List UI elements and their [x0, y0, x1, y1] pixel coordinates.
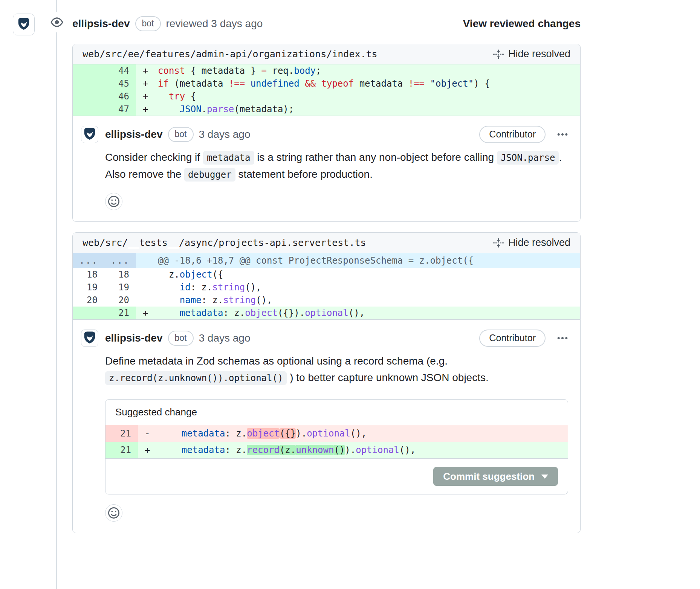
code-line: name: z.string(), [153, 294, 580, 307]
suggestion-diff: 21- metadata: z.object({}).optional(),21… [105, 425, 568, 458]
suggested-change-block: Suggested change 21- metadata: z.object(… [105, 399, 568, 494]
diff-row: 1818 z.object({ [73, 268, 580, 281]
review-thread-card-2: web/src/__tests__/async/projects-api.ser… [72, 232, 581, 533]
line-number: 21 [105, 425, 138, 442]
old-line-number[interactable] [73, 307, 104, 319]
code-line: metadata: z.object({}).optional(), [155, 425, 568, 442]
code-line: z.object({ [153, 268, 580, 281]
old-line-number[interactable] [73, 64, 104, 77]
hide-resolved-label: Hide resolved [508, 237, 570, 249]
inline-code: z.record(z.unknown()).optional() [105, 371, 287, 385]
code-line: const { metadata } = req.body; [153, 64, 580, 77]
ellipsis-logo-icon [83, 330, 97, 346]
diff-row: 21- metadata: z.object({}).optional(), [105, 425, 568, 442]
old-line-number[interactable] [73, 90, 104, 103]
review-timeline-item: ellipsis-dev bot reviewed 3 days ago Vie… [72, 15, 581, 544]
diff-row: 2020 name: z.string(), [73, 294, 580, 307]
review-comment: ellipsis-dev bot 3 days ago Contributor … [73, 320, 580, 533]
kebab-icon[interactable] [557, 129, 568, 140]
ellipsis-logo-icon [83, 127, 97, 142]
inline-code: debugger [184, 168, 235, 182]
bot-badge: bot [168, 127, 194, 142]
file-path[interactable]: web/src/ee/features/admin-api/organizati… [83, 49, 378, 60]
hide-resolved-button[interactable]: Hide resolved [493, 48, 570, 60]
ellipsis-logo-icon [17, 17, 31, 32]
diff-row: 21+ metadata: z.object({}).optional(), [73, 307, 580, 319]
diff-sign: + [136, 77, 153, 90]
suggestion-footer: Commit suggestion [105, 458, 568, 494]
inline-code: JSON.parse [497, 151, 559, 165]
hide-resolved-button[interactable]: Hide resolved [493, 237, 570, 249]
old-line-number[interactable]: 18 [73, 268, 104, 281]
contributor-badge: Contributor [479, 330, 546, 347]
timeline-line [56, 0, 57, 589]
comment-header: ellipsis-dev bot 3 days ago Contributor [105, 126, 568, 143]
diff-sign: + [136, 103, 153, 116]
inline-code: metadata [203, 151, 254, 165]
new-line-number[interactable]: 45 [104, 77, 136, 90]
contributor-badge: Contributor [479, 126, 546, 143]
comment-avatar[interactable] [81, 126, 98, 143]
new-line-number[interactable]: ... [104, 253, 136, 268]
code-line: @@ -18,6 +18,7 @@ const ProjectResponseS… [153, 253, 580, 268]
review-author[interactable]: ellipsis-dev [72, 18, 130, 30]
smiley-reaction-button[interactable] [105, 193, 122, 210]
diff-sign: + [136, 307, 153, 319]
fold-icon [493, 49, 504, 60]
code-line: try { [153, 90, 580, 103]
fold-icon [493, 238, 504, 248]
reviewer-avatar[interactable] [13, 14, 35, 35]
comment-body: Define metadata in Zod schemas as option… [105, 353, 568, 386]
diff-sign [136, 253, 153, 268]
file-path[interactable]: web/src/__tests__/async/projects-api.ser… [83, 237, 366, 248]
bot-badge: bot [135, 16, 161, 31]
new-line-number[interactable]: 47 [104, 103, 136, 116]
diff-row: 47+ JSON.parse(metadata); [73, 103, 580, 116]
review-meta: reviewed 3 days ago [166, 18, 263, 30]
diff-row: 1919 id: z.string(), [73, 281, 580, 294]
kebab-icon[interactable] [557, 333, 568, 344]
new-line-number[interactable]: 19 [104, 281, 136, 294]
diff-row: ......@@ -18,6 +18,7 @@ const ProjectRes… [73, 253, 580, 268]
comment-author[interactable]: ellipsis-dev [105, 332, 163, 344]
code-line: metadata: z.object({}).optional(), [153, 307, 580, 319]
hide-resolved-label: Hide resolved [508, 48, 570, 60]
diff-sign [136, 294, 153, 307]
diff-sign [136, 281, 153, 294]
diff-row: 46+ try { [73, 90, 580, 103]
code-line: if (metadata !== undefined && typeof met… [153, 77, 580, 90]
old-line-number[interactable] [73, 77, 104, 90]
new-line-number[interactable]: 18 [104, 268, 136, 281]
diff-sign: + [136, 90, 153, 103]
suggestion-title: Suggested change [105, 400, 568, 425]
commit-suggestion-button[interactable]: Commit suggestion [433, 467, 558, 486]
old-line-number[interactable]: 20 [73, 294, 104, 307]
view-reviewed-changes-link[interactable]: View reviewed changes [463, 18, 581, 30]
comment-timestamp[interactable]: 3 days ago [199, 128, 251, 140]
comment-avatar[interactable] [81, 330, 98, 347]
old-line-number[interactable]: ... [73, 253, 104, 268]
review-header: ellipsis-dev bot reviewed 3 days ago Vie… [72, 15, 581, 32]
comment-header: ellipsis-dev bot 3 days ago Contributor [105, 330, 568, 347]
new-line-number[interactable]: 46 [104, 90, 136, 103]
smiley-reaction-button[interactable] [105, 504, 122, 522]
diff-sign: + [136, 64, 153, 77]
comment-author[interactable]: ellipsis-dev [105, 128, 163, 140]
diff-sign: + [138, 442, 155, 458]
diff-row: 45+if (metadata !== undefined && typeof … [73, 77, 580, 90]
review-thread-card-1: web/src/ee/features/admin-api/organizati… [72, 44, 581, 222]
new-line-number[interactable]: 21 [104, 307, 136, 319]
diff-row: 44+const { metadata } = req.body; [73, 64, 580, 77]
code-line: metadata: z.record(z.unknown()).optional… [155, 442, 568, 458]
diff-block: 44+const { metadata } = req.body;45+if (… [73, 64, 580, 116]
new-line-number[interactable]: 44 [104, 64, 136, 77]
bot-badge: bot [168, 331, 194, 346]
new-line-number[interactable]: 20 [104, 294, 136, 307]
diff-sign [136, 268, 153, 281]
code-line: JSON.parse(metadata); [153, 103, 580, 116]
file-header: web/src/__tests__/async/projects-api.ser… [73, 233, 580, 253]
old-line-number[interactable] [73, 103, 104, 116]
diff-sign: - [138, 425, 155, 442]
comment-timestamp[interactable]: 3 days ago [199, 332, 251, 344]
old-line-number[interactable]: 19 [73, 281, 104, 294]
